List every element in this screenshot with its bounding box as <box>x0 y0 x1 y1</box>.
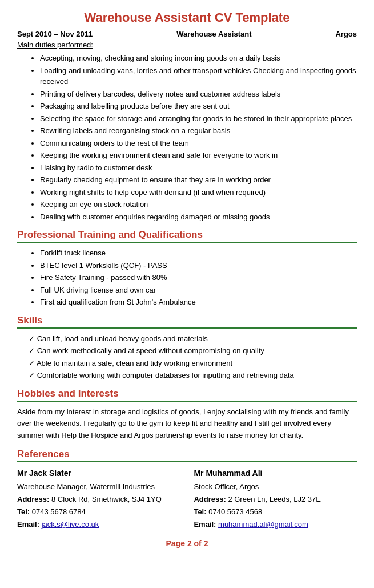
date-range: Sept 2010 – Nov 2011 <box>17 30 93 38</box>
employer: Argos <box>335 30 357 38</box>
ref2-role: Stock Officer, Argos <box>194 481 357 493</box>
duty-item: Keeping the working environment clean an… <box>40 150 357 161</box>
ref2-address-value: 2 Green Ln, Leeds, LJ2 37E <box>228 495 321 503</box>
duties-list: Accepting, moving, checking and storing … <box>40 53 357 222</box>
ref1-name: Mr Jack Slater <box>17 467 180 481</box>
ref1-address-value: 8 Clock Rd, Smethwick, SJ4 1YQ <box>51 495 162 503</box>
references-heading: References <box>17 449 357 460</box>
page-number: Page 2 of 2 <box>17 539 357 548</box>
page-title: Warehouse Assistant CV Template <box>17 10 357 25</box>
ref2-email: Email: muhammad.ali@gmail.com <box>194 518 357 531</box>
duty-item: Regularly checking equipment to ensure t… <box>40 174 357 186</box>
ref1-tel-label: Tel: <box>17 507 30 516</box>
training-list: Forklift truck licenseBTEC level 1 Works… <box>40 247 357 308</box>
reference-1: Mr Jack Slater Warehouse Manager, Waterm… <box>17 467 180 531</box>
training-heading: Professional Training and Qualifications <box>17 229 357 241</box>
skill-item: Can lift, load and unload heavy goods an… <box>29 333 357 345</box>
ref2-email-link[interactable]: muhammad.ali@gmail.com <box>218 520 308 529</box>
ref2-name: Mr Muhammad Ali <box>194 467 357 481</box>
hobbies-text: Aside from my interest in storage and lo… <box>17 406 357 442</box>
ref1-email-link[interactable]: jack.s@live.co.uk <box>42 520 99 529</box>
training-item: BTEC level 1 Workskills (QCF) - PASS <box>40 260 357 271</box>
training-item: First aid qualification from St John's A… <box>40 297 357 308</box>
main-duties-label: Main duties performed: <box>17 41 357 49</box>
skills-divider <box>17 327 357 329</box>
training-item: Forklift truck license <box>40 247 357 259</box>
ref2-email-label: Email: <box>194 520 216 529</box>
duty-item: Packaging and labelling products before … <box>40 101 357 112</box>
hobbies-heading: Hobbies and Interests <box>17 388 357 399</box>
ref1-email: Email: jack.s@live.co.uk <box>17 518 180 531</box>
training-divider <box>17 242 357 243</box>
ref1-email-label: Email: <box>17 520 39 529</box>
ref1-address-label: Address: <box>17 495 49 503</box>
duty-item: Printing of delivery barcodes, delivery … <box>40 89 357 100</box>
duty-item: Communicating orders to the rest of the … <box>40 138 357 149</box>
reference-2: Mr Muhammad Ali Stock Officer, Argos Add… <box>194 467 357 531</box>
skill-item: Can work methodically and at speed witho… <box>29 345 357 357</box>
skills-heading: Skills <box>17 315 357 326</box>
skill-item: Able to maintain a safe, clean and tidy … <box>29 358 357 369</box>
ref1-tel: Tel: 0743 5678 6784 <box>17 506 180 518</box>
training-item: Full UK driving license and own car <box>40 285 357 296</box>
skill-item: Comfortable working with computer databa… <box>29 370 357 381</box>
duty-item: Working night shifts to help cope with d… <box>40 187 357 198</box>
ref1-address: Address: 8 Clock Rd, Smethwick, SJ4 1YQ <box>17 493 180 506</box>
duty-item: Keeping an eye on stock rotation <box>40 199 357 210</box>
references-divider <box>17 461 357 462</box>
duty-item: Rewriting labels and reorganising stock … <box>40 125 357 137</box>
ref2-tel-label: Tel: <box>194 507 206 516</box>
training-item: Fire Safety Training - passed with 80% <box>40 272 357 283</box>
duty-item: Liaising by radio to customer desk <box>40 162 357 174</box>
hobbies-divider <box>17 401 357 402</box>
ref1-tel-value: 0743 5678 6784 <box>32 507 86 516</box>
duty-item: Selecting the space for storage and arra… <box>40 113 357 125</box>
ref2-address: Address: 2 Green Ln, Leeds, LJ2 37E <box>194 493 357 506</box>
ref2-address-label: Address: <box>194 495 226 503</box>
job-header: Sept 2010 – Nov 2011 Warehouse Assistant… <box>17 30 357 38</box>
duty-item: Loading and unloading vans, lorries and … <box>40 65 357 87</box>
duty-item: Dealing with customer enquiries regardin… <box>40 211 357 223</box>
skills-list: Can lift, load and unload heavy goods an… <box>29 333 357 381</box>
ref2-tel: Tel: 0740 5673 4568 <box>194 506 357 518</box>
duty-item: Accepting, moving, checking and storing … <box>40 53 357 64</box>
ref2-tel-value: 0740 5673 4568 <box>208 507 262 516</box>
ref1-role: Warehouse Manager, Watermill Industries <box>17 481 180 493</box>
references-container: Mr Jack Slater Warehouse Manager, Waterm… <box>17 467 357 531</box>
job-title: Warehouse Assistant <box>176 30 251 38</box>
